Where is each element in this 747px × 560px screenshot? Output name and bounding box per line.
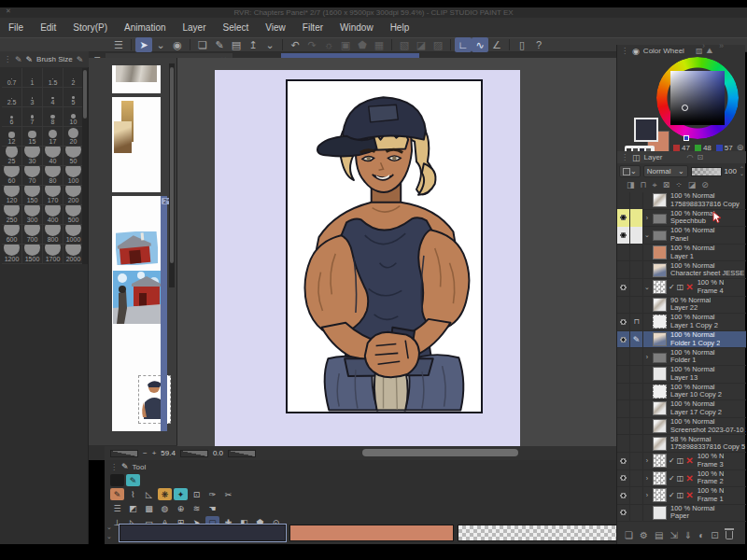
transparent-color-swatch[interactable] bbox=[458, 525, 622, 541]
layer-tool-cell[interactable] bbox=[630, 400, 643, 418]
panel-handle-icon[interactable]: ⋮ bbox=[621, 153, 628, 161]
brush-size-2_5[interactable]: 2.5 bbox=[2, 88, 22, 107]
layer-row[interactable]: 100 % NormalLayer 1 bbox=[617, 245, 746, 262]
frame-border-icon[interactable]: ◫ bbox=[677, 474, 684, 483]
layer-thumbnail-dotted[interactable] bbox=[653, 385, 667, 399]
sv-marker[interactable] bbox=[682, 105, 688, 111]
crop-icon[interactable]: ▦ bbox=[371, 37, 388, 52]
frame-check-icon[interactable]: ✓ bbox=[669, 474, 675, 483]
brush-size-15[interactable]: 15 bbox=[22, 127, 43, 147]
ruler-range-icon[interactable]: ⊘ bbox=[701, 180, 709, 192]
brush-size-700[interactable]: 700 bbox=[22, 225, 43, 245]
layer-thumbnail-img[interactable] bbox=[653, 332, 667, 346]
canvas-rotation-slider[interactable] bbox=[228, 450, 256, 457]
brush-size-1000[interactable]: 1000 bbox=[63, 225, 84, 245]
menu-item-filter[interactable]: Filter bbox=[294, 22, 331, 33]
menu-tool-icon[interactable]: ☰ bbox=[110, 502, 124, 514]
copy-stamp-tool-icon[interactable]: ⊡ bbox=[190, 488, 204, 500]
pattern-tool-icon[interactable]: ▩ bbox=[142, 502, 156, 514]
pen-tab-icon[interactable]: ✎ bbox=[15, 55, 22, 64]
undo-icon[interactable]: ↶ bbox=[287, 37, 303, 52]
brush-size-1500[interactable]: 1500 bbox=[22, 245, 43, 264]
apply-mask-icon[interactable]: ⊡ bbox=[711, 530, 718, 540]
layer-thumbnail-sketch[interactable] bbox=[653, 437, 667, 451]
layer-visibility-cell[interactable] bbox=[617, 192, 630, 209]
frame-delete-icon[interactable]: ✕ bbox=[685, 455, 693, 466]
page-thumbnail[interactable] bbox=[112, 97, 161, 192]
grid-tool-icon[interactable]: ⊕ bbox=[174, 502, 188, 514]
main-color-swatch[interactable] bbox=[120, 525, 286, 541]
layer-tool-cell[interactable] bbox=[630, 192, 643, 209]
layer-thumbnail-dotted[interactable] bbox=[653, 315, 667, 329]
layer-row[interactable]: 58 % Normal1758988337816 Copy 5 bbox=[617, 435, 746, 453]
frame-check-icon[interactable]: ✓ bbox=[669, 283, 675, 291]
layer-row[interactable]: 100 % NormalPaper bbox=[617, 505, 746, 523]
open-folder-icon[interactable]: ▤ bbox=[228, 37, 245, 52]
layer-tool-cell[interactable] bbox=[630, 469, 643, 487]
layer-tool-cell[interactable] bbox=[630, 417, 643, 435]
brush-size-600[interactable]: 600 bbox=[2, 225, 22, 245]
layer-tool-cell[interactable]: ⊓ bbox=[630, 314, 643, 331]
layer-visibility-cell[interactable] bbox=[617, 452, 630, 469]
brush-size-800[interactable]: 800 bbox=[43, 225, 63, 245]
layer-tool-cell[interactable] bbox=[630, 365, 643, 383]
snap-to-special-ruler-icon[interactable]: ∿ bbox=[472, 37, 488, 52]
thumbnail-size-slider[interactable] bbox=[110, 450, 138, 457]
pen-tab2-icon[interactable]: ✎ bbox=[77, 55, 84, 64]
layer-row-selected[interactable]: ✎100 % NormalFolder 1 Copy 2 bbox=[617, 331, 746, 349]
brush-tab-icon[interactable]: ✎ bbox=[26, 55, 34, 64]
layer-property-icon[interactable]: ⊡ bbox=[698, 153, 704, 161]
brush-size-60[interactable]: 60 bbox=[2, 166, 22, 186]
brush-size-8[interactable]: 8 bbox=[43, 107, 63, 127]
layer-row[interactable]: 100 % NormalLayer 13 bbox=[617, 366, 746, 384]
swatch-collapse-icon[interactable]: ⌄ bbox=[106, 524, 112, 531]
layer-thumbnail-folderopen[interactable] bbox=[653, 231, 667, 241]
color-wheel-tab-icon[interactable]: ◉ bbox=[632, 47, 640, 56]
layer-tool-cell[interactable] bbox=[630, 504, 643, 522]
brush-size-400[interactable]: 400 bbox=[43, 205, 63, 225]
layer-palette-dropdown[interactable]: ⌄ bbox=[619, 165, 641, 177]
onion-skin-icon[interactable]: ⌖ bbox=[653, 180, 657, 192]
layer-visibility-cell[interactable] bbox=[617, 504, 630, 522]
layer-visibility-cell[interactable] bbox=[617, 417, 630, 435]
layer-visibility-cell[interactable] bbox=[617, 296, 630, 314]
page-thumbnail-selected[interactable] bbox=[112, 196, 161, 431]
eye-icon[interactable] bbox=[619, 285, 627, 290]
layer-row[interactable]: ⊓100 % NormalLayer 1 Copy 2 bbox=[617, 314, 746, 331]
layer-tool-cell[interactable] bbox=[630, 435, 643, 453]
brush-size-40[interactable]: 40 bbox=[43, 147, 63, 166]
brush-size-4[interactable]: 4 bbox=[43, 88, 63, 107]
toolbar-overflow-icon[interactable]: › bbox=[702, 41, 705, 50]
marker-sub-icon[interactable]: ✎ bbox=[126, 474, 140, 486]
layer-visibility-cell[interactable] bbox=[617, 209, 630, 227]
brush-size-250[interactable]: 250 bbox=[2, 205, 22, 225]
layer-tool-cell[interactable] bbox=[630, 209, 643, 227]
canvas-panel-illustration[interactable] bbox=[286, 79, 483, 413]
redo-icon[interactable]: ↷ bbox=[303, 37, 320, 52]
template-icon[interactable]: ⊓ bbox=[641, 180, 647, 192]
eye-icon[interactable] bbox=[619, 475, 627, 481]
layer-thumbnail-checker[interactable] bbox=[653, 454, 667, 468]
delete-layer-icon[interactable] bbox=[726, 531, 733, 539]
brush-size-30[interactable]: 30 bbox=[22, 147, 43, 166]
eye-icon[interactable] bbox=[619, 493, 627, 498]
close-icon[interactable]: ✕ bbox=[6, 7, 11, 15]
operation-tool-icon[interactable]: ➤ bbox=[135, 37, 152, 52]
snap-to-ruler-icon[interactable]: ∟ bbox=[455, 37, 472, 52]
layer-tool-cell[interactable] bbox=[630, 452, 643, 469]
opacity-slider[interactable] bbox=[691, 167, 722, 176]
layer-mask-icon[interactable]: ◐ bbox=[698, 530, 704, 540]
layer-visibility-cell[interactable] bbox=[617, 487, 630, 505]
canvas-zoom-slider[interactable] bbox=[180, 450, 208, 457]
layer-tool-cell[interactable] bbox=[630, 227, 643, 245]
layer-row[interactable]: ›✓◫✕100 % NFrame 2 bbox=[617, 470, 746, 488]
color-set-tab-icon[interactable]: ⛰ bbox=[706, 47, 712, 56]
layer-visibility-cell[interactable] bbox=[617, 469, 630, 487]
layer-row[interactable]: 100 % NormalLayer 10 Copy 2 bbox=[617, 384, 746, 401]
layer-thumbnail-checker[interactable] bbox=[653, 488, 667, 502]
brush-size-500[interactable]: 500 bbox=[63, 205, 84, 225]
layer-search-icon[interactable]: ◠ bbox=[687, 153, 694, 161]
layer-visibility-cell[interactable] bbox=[617, 383, 630, 400]
blend-tool-icon[interactable]: ✦ bbox=[174, 488, 188, 500]
frame-border-icon[interactable]: ◫ bbox=[677, 283, 684, 291]
